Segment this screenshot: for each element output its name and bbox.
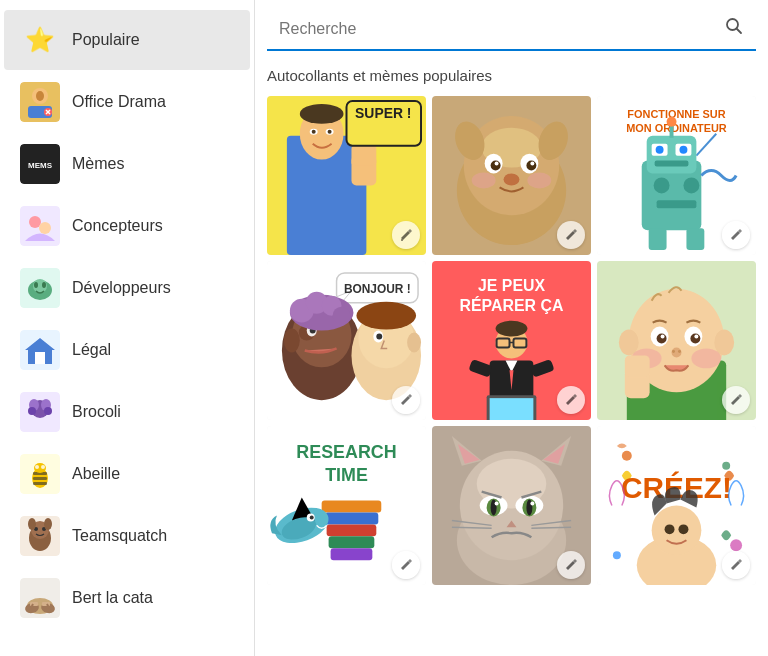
svg-point-192 — [652, 506, 702, 556]
svg-rect-92 — [649, 228, 667, 250]
svg-point-11 — [39, 222, 51, 234]
svg-text:FONCTIONNE SUR: FONCTIONNE SUR — [627, 108, 725, 120]
sidebar-label-memes: Mèmes — [72, 155, 124, 173]
sticker-doge-edit[interactable] — [557, 221, 585, 249]
svg-point-146 — [691, 348, 721, 368]
sidebar-label-concepteurs: Concepteurs — [72, 217, 163, 235]
section-title: Autocollants et mèmes populaires — [267, 67, 756, 84]
sticker-creez-edit[interactable] — [722, 551, 750, 579]
sticker-baby-edit[interactable] — [722, 386, 750, 414]
sidebar-item-teamsquatch[interactable]: Teamsquatch — [4, 506, 250, 566]
sticker-content-area: Autocollants et mèmes populaires — [255, 51, 768, 656]
sticker-grumpy[interactable] — [432, 426, 591, 585]
svg-point-161 — [310, 515, 314, 519]
bert-la-cata-icon — [20, 578, 60, 618]
sticker-super[interactable]: SUPER ! — [267, 96, 426, 255]
teamsquatch-icon — [20, 516, 60, 556]
svg-line-47 — [737, 29, 742, 34]
svg-point-189 — [613, 551, 621, 559]
svg-point-51 — [300, 104, 344, 124]
sticker-bonjour[interactable]: BONJOUR ! — [267, 261, 426, 420]
svg-point-194 — [678, 524, 688, 534]
abeille-icon — [20, 454, 60, 494]
svg-point-87 — [679, 146, 687, 154]
svg-text:RESEARCH: RESEARCH — [296, 442, 396, 462]
svg-point-140 — [661, 335, 665, 339]
sticker-creez[interactable]: CRÉEZ! — [597, 426, 756, 585]
sticker-robot-edit[interactable] — [722, 221, 750, 249]
sticker-repair[interactable]: JE PEUX RÉPARER ÇA — [432, 261, 591, 420]
developpeurs-icon — [20, 268, 60, 308]
svg-point-143 — [672, 350, 675, 353]
sticker-robot[interactable]: FONCTIONNE SUR MON ORDINATEUR — [597, 96, 756, 255]
svg-rect-93 — [686, 228, 704, 250]
sticker-super-edit[interactable] — [392, 221, 420, 249]
svg-point-186 — [622, 451, 632, 461]
sidebar-label-abeille: Abeille — [72, 465, 120, 483]
search-icon — [724, 16, 744, 41]
svg-point-111 — [356, 302, 416, 330]
svg-point-108 — [333, 307, 351, 325]
svg-point-83 — [667, 117, 677, 127]
svg-point-2 — [36, 91, 44, 101]
sidebar-label-developpeurs: Développeurs — [72, 279, 171, 297]
svg-point-55 — [328, 130, 332, 134]
sidebar-item-brocoli[interactable]: Brocoli — [4, 382, 250, 442]
svg-point-24 — [44, 407, 52, 415]
svg-point-176 — [495, 502, 499, 506]
svg-point-86 — [656, 146, 664, 154]
sidebar-item-abeille[interactable]: Abeille — [4, 444, 250, 504]
sticker-baby[interactable] — [597, 261, 756, 420]
svg-point-15 — [34, 282, 38, 288]
sidebar-item-memes[interactable]: MEMS Mèmes — [4, 134, 250, 194]
office-drama-icon — [20, 82, 60, 122]
sidebar-item-populaire[interactable]: ⭐ Populaire — [4, 10, 250, 70]
svg-point-31 — [35, 465, 39, 469]
sidebar-item-legal[interactable]: Légal — [4, 320, 250, 380]
svg-point-141 — [694, 335, 698, 339]
svg-point-134 — [619, 330, 639, 356]
svg-rect-156 — [331, 548, 373, 560]
svg-point-39 — [44, 518, 52, 530]
sticker-repair-edit[interactable] — [557, 386, 585, 414]
svg-point-38 — [28, 518, 36, 530]
svg-point-16 — [42, 282, 46, 288]
sidebar-item-bert-la-cata[interactable]: Bert la cata — [4, 568, 250, 628]
sticker-grid: SUPER ! — [267, 96, 756, 585]
populaire-icon: ⭐ — [20, 20, 60, 60]
svg-text:SUPER !: SUPER ! — [355, 105, 411, 121]
svg-rect-29 — [33, 482, 47, 485]
sidebar-label-bert-la-cata: Bert la cata — [72, 589, 153, 607]
sidebar-item-office-drama[interactable]: Office Drama — [4, 72, 250, 132]
brocoli-icon — [20, 392, 60, 432]
legal-icon — [20, 330, 60, 370]
svg-rect-28 — [33, 477, 47, 480]
svg-point-69 — [495, 162, 499, 166]
sidebar-item-developpeurs[interactable]: Développeurs — [4, 258, 250, 318]
svg-point-98 — [284, 329, 300, 353]
sidebar-label-legal: Légal — [72, 341, 111, 359]
sticker-research[interactable]: RESEARCH TIME — [267, 426, 426, 585]
sidebar-item-concepteurs[interactable]: Concepteurs — [4, 196, 250, 256]
svg-point-75 — [527, 173, 551, 189]
svg-rect-153 — [325, 512, 379, 524]
search-input[interactable] — [279, 20, 724, 38]
svg-rect-88 — [655, 161, 689, 167]
svg-point-144 — [678, 350, 681, 353]
svg-text:BONJOUR !: BONJOUR ! — [344, 282, 411, 296]
svg-point-74 — [472, 173, 496, 189]
svg-point-70 — [530, 162, 534, 166]
search-bar — [267, 8, 756, 51]
sticker-research-edit[interactable] — [392, 551, 420, 579]
svg-point-54 — [312, 130, 316, 134]
svg-rect-91 — [657, 200, 697, 208]
svg-point-135 — [714, 330, 734, 356]
sidebar-label-populaire: Populaire — [72, 31, 140, 49]
sticker-grumpy-edit[interactable] — [557, 551, 585, 579]
svg-point-71 — [504, 174, 520, 186]
sticker-doge[interactable] — [432, 96, 591, 255]
svg-point-177 — [530, 502, 534, 506]
sticker-bonjour-edit[interactable] — [392, 386, 420, 414]
sidebar: ⭐ Populaire Office Drama MEMS Mèmes — [0, 0, 255, 656]
sidebar-label-brocoli: Brocoli — [72, 403, 121, 421]
